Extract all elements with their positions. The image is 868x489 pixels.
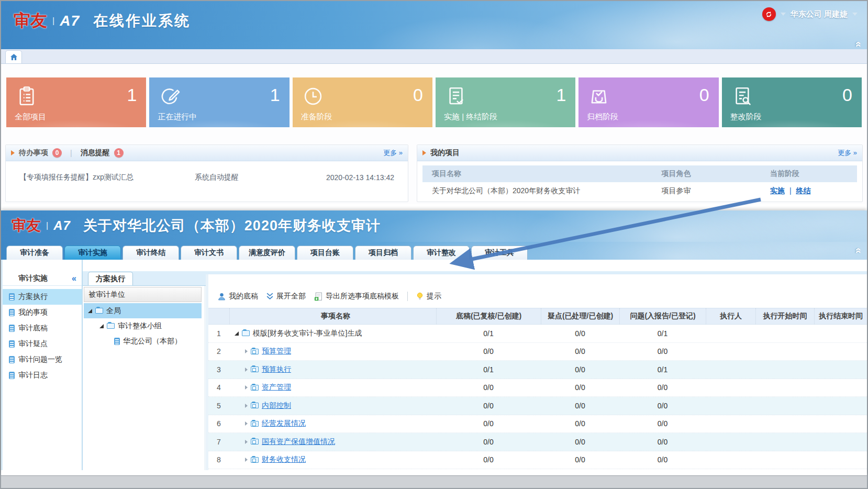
tree-node-global[interactable]: 全局 (84, 303, 202, 318)
toolbar-divider (407, 292, 408, 301)
project-name[interactable]: 关于对华北公司（本部）2020年财务收支审计 (422, 186, 662, 196)
expand-row-icon[interactable] (245, 368, 248, 372)
table-row[interactable]: 1 模版[财务收支审计-事业单位]生成 0/1 0/0 0/1 (208, 325, 867, 343)
col-draft[interactable]: 底稿(已复核/已创建) (436, 308, 541, 324)
sync-button[interactable] (762, 7, 776, 21)
tab-todo-items[interactable]: 待办事项 (19, 148, 48, 158)
matter-link[interactable]: 资产管理 (262, 383, 291, 392)
expand-row-icon[interactable] (245, 385, 248, 390)
sidebar-item-audit-log[interactable]: 审计日志 (3, 368, 82, 383)
chevron-down-icon[interactable] (852, 13, 858, 16)
tab-audit-preparation[interactable]: 审计准备 (6, 246, 63, 260)
matter-link[interactable]: 预算管理 (262, 347, 291, 356)
stage-link-implement[interactable]: 实施 (770, 186, 785, 195)
table-row[interactable]: 7 国有资产保值增值情况 0/0 0/0 0/0 (208, 433, 867, 451)
stat-card-preparation[interactable]: 0 准备阶段 (293, 77, 432, 127)
stat-card-archive[interactable]: 0 归档阶段 (578, 77, 718, 127)
expanded-icon[interactable] (88, 309, 92, 313)
my-drafts-button[interactable]: 我的底稿 (216, 290, 260, 303)
tree-node-audit-group[interactable]: 审计整体小组 (84, 318, 202, 334)
tip-button[interactable]: 提示 (414, 290, 443, 303)
draft-count: 0/0 (436, 402, 541, 410)
folder-icon (251, 421, 259, 427)
tab-audit-tools[interactable]: 审计工具 (471, 246, 528, 260)
document-icon (9, 309, 15, 316)
message-title[interactable]: 【专项填报任务提醒】zxp测试汇总 (19, 173, 195, 182)
subtab-plan-execution[interactable]: 方案执行 (88, 272, 133, 285)
table-row[interactable]: 3 预算执行 0/1 0/0 0/1 (208, 361, 867, 379)
expand-row-icon[interactable] (245, 458, 248, 462)
collapse-tabs-icon[interactable]: « (853, 248, 865, 253)
sidebar-item-audit-issues[interactable]: 审计问题一览 (3, 352, 82, 368)
tree-node-label: 审计整体小组 (118, 321, 162, 331)
tab-audit-rectification[interactable]: 审计整改 (413, 246, 470, 260)
tab-audit-conclusion[interactable]: 审计终结 (123, 246, 179, 260)
collapse-header-icon[interactable]: « (853, 41, 865, 47)
sidebar-collapse-icon[interactable]: « (72, 274, 76, 283)
col-end-time[interactable]: 执行结束时间 (814, 308, 867, 324)
dashboard-header: 审友 | A7 在线作业系统 华东公司 周建婕 « (1, 1, 867, 49)
matter-link[interactable]: 预算执行 (262, 365, 291, 374)
sidebar-item-my-matters[interactable]: 我的事项 (3, 305, 82, 320)
tab-project-archive[interactable]: 项目归档 (355, 246, 411, 260)
sidebar-item-audit-doubts[interactable]: 审计疑点 (3, 336, 82, 352)
more-link[interactable]: 更多 » (838, 148, 857, 158)
matter-link[interactable]: 内部控制 (262, 401, 291, 410)
message-row[interactable]: 【专项填报任务提醒】zxp测试汇总 系统自动提醒 2020-02-13 14:1… (6, 161, 408, 182)
col-issue[interactable]: 问题(入报告/已登记) (619, 308, 706, 324)
expand-row-icon[interactable] (245, 421, 248, 426)
matter-link[interactable]: 国有资产保值增值情况 (262, 437, 335, 447)
table-row[interactable]: 5 内部控制 0/0 0/0 0/0 (208, 397, 867, 415)
person-icon (218, 293, 226, 301)
stat-label: 归档阶段 (587, 112, 618, 122)
doubt-count: 0/0 (541, 438, 619, 446)
expand-row-icon[interactable] (245, 440, 248, 444)
tree-node-huabei-company[interactable]: 华北公司（本部） (84, 334, 202, 349)
user-name[interactable]: 华东公司 周建婕 (791, 9, 848, 19)
expanded-icon[interactable] (99, 324, 104, 328)
stat-card-implementation[interactable]: 1 实施 | 终结阶段 (436, 77, 575, 127)
project-row: 关于对华北公司（本部）2020年财务收支审计 项目参审 实施 | 终结 (422, 182, 857, 200)
matter-link[interactable]: 经营发展情况 (262, 419, 306, 428)
col-matter-name[interactable]: 事项名称 (229, 308, 436, 324)
message-count-badge: 1 (114, 148, 124, 158)
tab-audit-implementation[interactable]: 审计实施 (64, 246, 121, 260)
document-icon (9, 325, 15, 332)
col-doubt[interactable]: 疑点(已处理/已创建) (541, 308, 619, 324)
message-time: 2020-02-13 14:13:42 (290, 173, 400, 182)
collapse-row-icon[interactable] (235, 331, 239, 336)
more-link[interactable]: 更多 » (383, 148, 403, 158)
export-template-button[interactable]: 导出所选事项底稿模板 (312, 290, 401, 303)
expand-all-button[interactable]: 展开全部 (264, 290, 308, 303)
tab-satisfaction[interactable]: 满意度评价 (239, 246, 295, 260)
matter-link[interactable]: 财务收支情况 (262, 455, 306, 464)
double-chevron-down-icon (266, 293, 273, 300)
table-row[interactable]: 6 经营发展情况 0/0 0/0 0/0 (208, 415, 867, 434)
sidebar-item-audit-drafts[interactable]: 审计底稿 (3, 320, 82, 336)
expand-row-icon[interactable] (245, 404, 248, 408)
doubt-count: 0/0 (541, 383, 619, 392)
stat-card-in-progress[interactable]: 1 正在进行中 (149, 77, 289, 127)
chevron-down-icon[interactable] (781, 13, 786, 16)
col-current-stage: 当前阶段 (770, 169, 857, 179)
sidebar: 审计实施 « 方案执行 我的事项 审计底稿 (1, 260, 83, 470)
table-row[interactable]: 4 资产管理 0/0 0/0 0/0 (208, 379, 867, 397)
brand: 审友 | A7 关于对华北公司（本部）2020年财务收支审计 (12, 216, 381, 236)
expand-row-icon[interactable] (245, 349, 248, 353)
tab-message-alerts[interactable]: 消息提醒 (81, 148, 110, 158)
row-number: 4 (208, 383, 229, 392)
stat-card-rectification[interactable]: 0 整改阶段 (722, 77, 862, 127)
row-number: 7 (208, 438, 229, 446)
home-tab[interactable] (5, 50, 22, 63)
issue-count: 0/0 (619, 438, 706, 446)
stage-link-conclude[interactable]: 终结 (796, 186, 810, 195)
tab-audit-documents[interactable]: 审计文书 (181, 246, 237, 260)
col-start-time[interactable]: 执行开始时间 (755, 308, 814, 324)
tab-project-ledger[interactable]: 项目台账 (297, 246, 353, 260)
col-executor[interactable]: 执行人 (706, 308, 755, 324)
sidebar-item-plan-execution[interactable]: 方案执行 (3, 289, 82, 305)
table-row[interactable]: 2 预算管理 0/0 0/0 0/0 (208, 343, 867, 361)
stat-card-all-projects[interactable]: 1 全部项目 (6, 77, 146, 127)
row-number: 1 (208, 329, 229, 338)
table-row[interactable]: 8 财务收支情况 0/0 0/0 0/0 (208, 451, 867, 470)
